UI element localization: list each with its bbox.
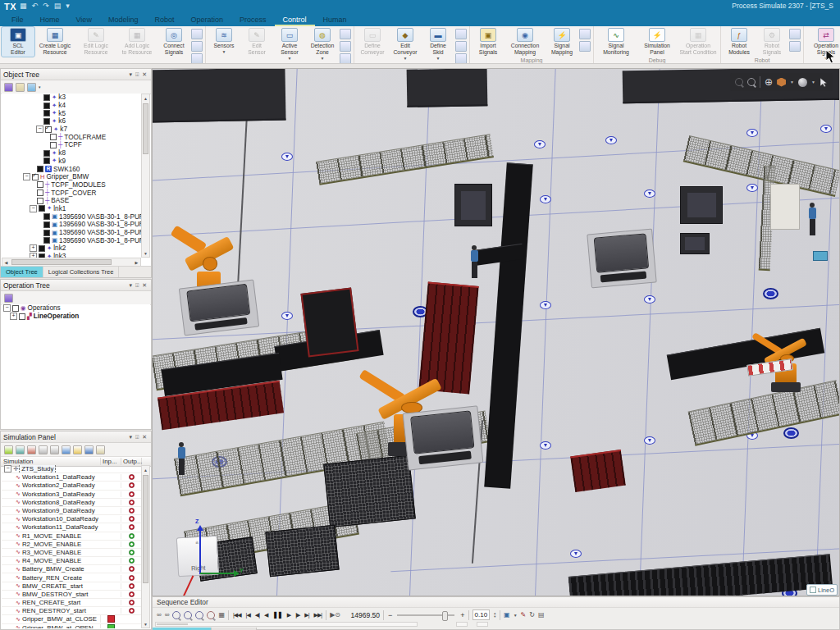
tree-item-k8[interactable]: ✦k8 <box>2 149 141 158</box>
visibility-checkbox[interactable] <box>45 126 52 133</box>
visibility-checkbox[interactable] <box>39 245 45 252</box>
collapse-icon[interactable]: − <box>30 205 37 212</box>
folder-icon[interactable] <box>16 83 25 92</box>
menu-tab-home[interactable]: Home <box>32 14 68 26</box>
workstation-3d[interactable] <box>680 233 710 254</box>
location-marker[interactable] <box>281 153 293 161</box>
tree-item-toolframe[interactable]: ┼TOOLFRAME <box>2 133 141 141</box>
speed-slider[interactable] <box>397 614 454 616</box>
tree-item-1395690-vasb-30-1-8-pur[interactable]: ▣1395690 VASB-30-1_8-PUR- <box>2 212 141 221</box>
close-icon[interactable]: ✕ <box>140 434 148 441</box>
mesh-container-3d[interactable] <box>265 525 339 578</box>
column-inputs[interactable]: Inp... <box>101 458 121 465</box>
panel-tab-logical-collections-tree[interactable]: Logical Collections Tree <box>43 267 120 277</box>
signal-row-gripper-bmw-at-open[interactable]: ∿Gripper_BMW_at_OPEN <box>2 624 141 628</box>
panel-tab-object-tree[interactable]: Object Tree <box>1 267 43 277</box>
select-box2-icon[interactable] <box>50 445 59 454</box>
tree-item-gripper-bmw[interactable]: −HGripper_BMW <box>2 173 141 181</box>
copy-icon[interactable] <box>191 41 203 52</box>
car-body-3d[interactable] <box>403 405 484 470</box>
robot-3d[interactable] <box>212 395 306 463</box>
connection-mapping-button[interactable]: ◉Connection Mapping <box>504 27 546 57</box>
conv-c-icon[interactable] <box>455 53 467 64</box>
column-simulation[interactable]: Simulation <box>1 458 101 465</box>
more-icon[interactable]: ▾ <box>66 0 70 12</box>
location-marker[interactable] <box>644 189 655 198</box>
visibility-checkbox[interactable] <box>19 313 25 320</box>
scroll-left-icon[interactable]: ◀ <box>2 258 10 266</box>
visibility-checkbox[interactable] <box>43 103 50 109</box>
tree-filter-icon[interactable] <box>4 294 13 303</box>
center-icon[interactable]: ⊕ <box>765 77 773 87</box>
detection-zone-button[interactable]: ◍Detection Zone▼ <box>306 27 339 62</box>
zoom-out-icon[interactable] <box>184 611 192 619</box>
scroll-down-icon[interactable]: ▼ <box>142 249 149 257</box>
tree-item-1395690-vasb-30-1-8-pur[interactable]: ▣1395690 VASB-30-1_8-PUR- <box>2 229 141 237</box>
visibility-checkbox[interactable] <box>37 198 43 204</box>
signal-mapping-button[interactable]: ⚡Signal Mapping <box>546 27 578 57</box>
chevron-down-icon[interactable]: ▼ <box>790 80 794 84</box>
zoom-in-icon[interactable] <box>172 611 180 619</box>
scl-editor-button[interactable]: ▣SCL Editor <box>2 27 34 57</box>
location-marker-large[interactable] <box>783 427 799 439</box>
menu-tab-operation[interactable]: Operation <box>182 14 231 26</box>
checkbox-icon[interactable] <box>810 587 816 593</box>
visibility-checkbox[interactable] <box>37 189 43 196</box>
chevron-down-icon[interactable]: ▾ <box>127 434 134 441</box>
visibility-checkbox[interactable] <box>43 118 50 125</box>
menu-tab-view[interactable]: View <box>68 14 100 26</box>
print-icon[interactable]: ▤ <box>538 611 545 619</box>
rack-3d[interactable] <box>418 282 478 395</box>
interval-value[interactable]: 0.10 <box>472 609 491 620</box>
operation-tree[interactable]: −◉Operations+▞LineOperation <box>2 304 150 428</box>
robot-b-icon[interactable] <box>789 41 801 52</box>
zoom-selection-icon[interactable] <box>207 611 215 619</box>
sensor-c-icon[interactable] <box>340 53 351 64</box>
play-button[interactable]: ▶ <box>286 611 291 619</box>
workstation-3d[interactable] <box>454 184 492 226</box>
zoom-fit-icon[interactable] <box>195 611 203 619</box>
collapse-icon[interactable]: − <box>4 465 11 472</box>
location-marker[interactable] <box>746 129 758 137</box>
menu-tab-process[interactable]: Process <box>231 14 275 26</box>
select-box-icon[interactable] <box>39 445 48 454</box>
pin-icon[interactable]: ⍗ <box>134 71 140 78</box>
simulation-rows[interactable]: −✛ZTS_Study∿Workstation1_DataReady∿Works… <box>2 465 141 628</box>
jump-to-start-button[interactable]: |◀◀ <box>232 611 242 619</box>
filter-icon[interactable] <box>62 445 71 454</box>
add-signal-icon[interactable] <box>4 445 13 454</box>
location-marker[interactable] <box>570 550 582 558</box>
gantt-splitter[interactable] <box>456 622 468 627</box>
visibility-checkbox[interactable] <box>39 205 45 212</box>
grid-icon[interactable]: ▦ <box>218 611 225 619</box>
chevron-down-icon[interactable]: ▼ <box>514 613 518 618</box>
human-figure-3d[interactable] <box>176 442 188 477</box>
signal-row-r4-move-enable[interactable]: ∿R4_MOVE_ENABLE <box>2 557 141 565</box>
collapse-icon[interactable]: − <box>23 173 30 180</box>
edit-sensor-button[interactable]: ✎Edit Sensor <box>240 27 273 57</box>
speed-increase-button[interactable]: + <box>459 611 464 619</box>
container-3d[interactable] <box>300 288 358 358</box>
menu-tab-file[interactable]: File <box>3 14 32 26</box>
cabinet-3d[interactable] <box>770 184 800 230</box>
edit-logic-resource-button[interactable]: ✎Edit Logic Resource <box>75 27 116 57</box>
play-backward-button[interactable]: ◀ <box>263 611 268 619</box>
scroll-right-icon[interactable]: ▶ <box>133 258 140 266</box>
robot-modules-button[interactable]: ƒRobot Modules <box>723 27 756 57</box>
zoom-out-icon[interactable] <box>735 78 743 86</box>
scroll-up-icon[interactable]: ▲ <box>142 94 149 102</box>
tree-item-1395690-vasb-30-1-8-pur[interactable]: ▣1395690 VASB-30-1_8-PUR- <box>2 236 141 244</box>
rack-3d[interactable] <box>570 450 626 492</box>
edit-conveyor-button[interactable]: ◆Edit Conveyor▼ <box>389 27 422 62</box>
mesh-container-3d[interactable] <box>323 455 416 528</box>
location-marker[interactable] <box>746 184 758 192</box>
map-b-icon[interactable] <box>579 41 591 52</box>
sensor-a-icon[interactable] <box>340 29 351 39</box>
unlink-icon[interactable]: ∞ <box>165 611 170 619</box>
operation-float-label[interactable]: LineO <box>806 584 838 596</box>
tree-item-k4[interactable]: ✦k4 <box>2 102 141 110</box>
slider-thumb[interactable] <box>442 611 448 621</box>
signal-row-r1-move-enable[interactable]: ∿R1_MOVE_ENABLE <box>2 532 141 541</box>
view-cube[interactable]: a Right <box>176 536 219 578</box>
car-body-3d[interactable] <box>179 280 259 336</box>
